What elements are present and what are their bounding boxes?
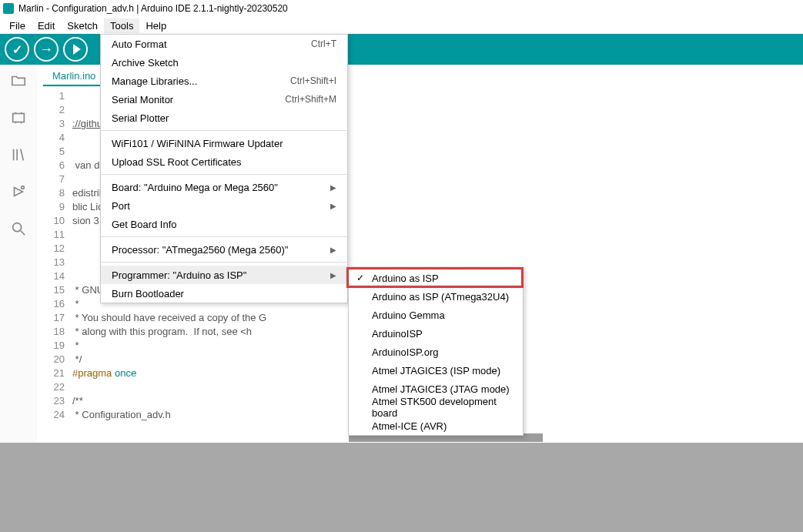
- submenu-item[interactable]: Atmel STK500 development board: [349, 398, 523, 417]
- folder-icon[interactable]: [10, 72, 27, 89]
- menu-item-label: Processor: "ATmega2560 (Mega 2560)": [112, 244, 288, 256]
- window-title: Marlin - Configuration_adv.h | Arduino I…: [18, 3, 288, 14]
- menu-item[interactable]: Manage Libraries...Ctrl+Shift+I: [101, 72, 347, 90]
- menu-item[interactable]: Upload SSL Root Certificates: [101, 152, 347, 171]
- menu-separator: [101, 174, 347, 175]
- play-icon: [73, 44, 81, 55]
- chevron-right-icon: ▶: [330, 246, 336, 254]
- debug-button[interactable]: [63, 37, 88, 62]
- chevron-right-icon: ▶: [330, 183, 336, 192]
- menu-shortcut: Ctrl+T: [311, 38, 336, 49]
- upload-button[interactable]: →: [34, 37, 59, 62]
- menubar-item-edit[interactable]: Edit: [32, 18, 61, 33]
- menu-item[interactable]: Burn Bootloader: [101, 284, 347, 303]
- menu-item[interactable]: Serial MonitorCtrl+Shift+M: [101, 90, 347, 109]
- line-number-gutter: 123456789101112131415161718192021222324: [37, 89, 72, 422]
- submenu-item-label: Atmel JTAGICE3 (ISP mode): [372, 365, 500, 376]
- menubar-item-sketch[interactable]: Sketch: [61, 18, 104, 33]
- menu-separator: [101, 262, 347, 263]
- menu-separator: [101, 236, 347, 237]
- submenu-item-label: Arduino as ISP: [372, 273, 439, 284]
- menu-item-label: Get Board Info: [112, 219, 177, 230]
- submenu-item[interactable]: Arduino as ISP (ATmega32U4): [349, 287, 523, 306]
- verify-button[interactable]: ✓: [5, 37, 29, 62]
- left-sidebar: [0, 65, 37, 443]
- menu-item[interactable]: WiFi101 / WiFiNINA Firmware Updater: [101, 134, 347, 152]
- submenu-item-label: Atmel STK500 development board: [372, 396, 512, 419]
- submenu-item-label: Arduino Gemma: [372, 309, 445, 321]
- menu-item-label: Serial Plotter: [112, 112, 169, 124]
- menu-item-label: Serial Monitor: [112, 94, 173, 105]
- submenu-item[interactable]: ArduinoISP.org: [349, 343, 523, 361]
- submenu-item-label: Arduino as ISP (ATmega32U4): [372, 291, 509, 303]
- chevron-right-icon: ▶: [330, 202, 336, 210]
- submenu-item[interactable]: ✓Arduino as ISP: [349, 269, 523, 287]
- submenu-item-label: Atmel-ICE (AVR): [372, 420, 447, 432]
- search-icon[interactable]: [10, 220, 27, 237]
- bottom-panel: [0, 443, 803, 532]
- svg-point-1: [22, 186, 25, 189]
- submenu-item-label: ArduinoISP: [372, 328, 423, 340]
- menu-item[interactable]: Archive Sketch: [101, 53, 347, 72]
- menu-item[interactable]: Board: "Arduino Mega or Mega 2560"▶: [101, 178, 347, 196]
- menu-item-label: Archive Sketch: [112, 57, 179, 69]
- submenu-item-label: ArduinoISP.org: [372, 346, 439, 358]
- menu-separator: [101, 130, 347, 131]
- menu-item-label: Port: [112, 200, 130, 212]
- tab-marlin-ino[interactable]: Marlin.ino: [43, 67, 105, 86]
- svg-point-2: [13, 223, 22, 232]
- menu-item-label: Auto Format: [112, 38, 167, 50]
- submenu-item[interactable]: ArduinoISP: [349, 324, 523, 343]
- tools-menu: Auto FormatCtrl+TArchive SketchManage Li…: [100, 34, 348, 303]
- boards-icon[interactable]: [10, 109, 27, 126]
- menubar-item-file[interactable]: File: [3, 18, 32, 33]
- menu-item[interactable]: Programmer: "Arduino as ISP"▶: [101, 266, 347, 284]
- debug-icon[interactable]: [10, 183, 27, 200]
- submenu-item[interactable]: Arduino Gemma: [349, 306, 523, 324]
- submenu-item-label: Atmel JTAGICE3 (JTAG mode): [372, 383, 510, 395]
- menu-item-label: WiFi101 / WiFiNINA Firmware Updater: [112, 138, 283, 149]
- menu-item-label: Upload SSL Root Certificates: [112, 156, 242, 168]
- menu-shortcut: Ctrl+Shift+M: [285, 94, 336, 105]
- menu-item-label: Manage Libraries...: [112, 75, 197, 87]
- library-icon[interactable]: [10, 146, 27, 163]
- chevron-right-icon: ▶: [330, 271, 336, 279]
- menu-item-label: Board: "Arduino Mega or Mega 2560": [112, 182, 278, 193]
- menu-item[interactable]: Serial Plotter: [101, 109, 347, 127]
- menu-item-label: Programmer: "Arduino as ISP": [112, 269, 246, 281]
- title-bar: Marlin - Configuration_adv.h | Arduino I…: [0, 0, 803, 17]
- menu-item[interactable]: Get Board Info: [101, 215, 347, 233]
- menu-bar: FileEditSketchToolsHelp: [0, 17, 803, 34]
- menu-item[interactable]: Processor: "ATmega2560 (Mega 2560)"▶: [101, 240, 347, 259]
- menubar-item-help[interactable]: Help: [139, 18, 172, 33]
- svg-rect-0: [13, 114, 25, 122]
- menu-item[interactable]: Auto FormatCtrl+T: [101, 35, 347, 53]
- check-icon: ✓: [356, 273, 364, 283]
- submenu-item[interactable]: Atmel-ICE (AVR): [349, 417, 523, 435]
- menu-item[interactable]: Port▶: [101, 196, 347, 215]
- check-icon: ✓: [12, 42, 22, 57]
- menu-shortcut: Ctrl+Shift+I: [290, 75, 336, 86]
- menu-item-label: Burn Bootloader: [112, 288, 184, 299]
- submenu-item[interactable]: Atmel JTAGICE3 (ISP mode): [349, 361, 523, 380]
- app-icon: [3, 3, 14, 14]
- menubar-item-tools[interactable]: Tools: [104, 18, 139, 33]
- arrow-right-icon: →: [39, 42, 53, 58]
- programmer-submenu: ✓Arduino as ISPArduino as ISP (ATmega32U…: [348, 268, 524, 436]
